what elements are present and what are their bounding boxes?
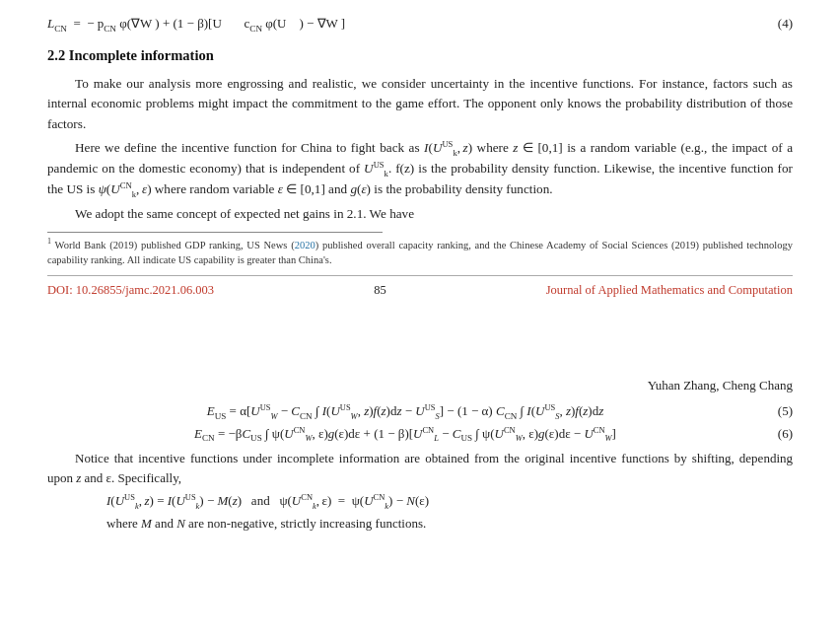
paragraph-3: We adopt the same concept of expected ne… [47,204,793,224]
top-formula-eq-num: (4) [778,14,793,34]
equations-block: EUS = α[UUSW − CCN ∫ I(UUSW, z)f(z)dz − … [47,401,793,444]
equation-6-content: ECN = −βCUS ∫ ψ(UCNW, ε)g(ε)dε + (1 − β)… [47,423,793,443]
equation-5-label: (5) [778,401,793,421]
footnote: 1 World Bank (2019) published GDP rankin… [47,238,793,267]
author-line: Yuhan Zhang, Cheng Chang [47,376,793,395]
equation-6-row: ECN = −βCUS ∫ ψ(UCNW, ε)g(ε)dε + (1 − β)… [47,423,793,443]
notice-formula-2: where M and N are non-negative, strictly… [106,514,793,534]
paragraph-2: Here we define the incentive function fo… [47,138,793,200]
equation-6-label: (6) [778,424,793,444]
section-heading: 2.2 Incomplete information [47,44,793,66]
top-formula-left: LCN = − pCN φ(∇W ) + (1 − β)[U cCN φ(U )… [47,14,345,34]
notice-block: Notice that incentive functions under in… [47,449,793,534]
journal-link[interactable]: Journal of Applied Mathematics and Compu… [546,281,793,300]
footer-row: DOI: 10.26855/jamc.2021.06.003 85 Journa… [47,281,793,300]
footnote-number: 1 [47,237,51,246]
equation-5-content: EUS = α[UUSW − CCN ∫ I(UUSW, z)f(z)dz − … [47,401,793,421]
blank-space [47,309,793,376]
footnote-divider [47,232,383,233]
notice-formula-1: I(UUSk, z) = I(UUSk) − M(z) and ψ(UCNk, … [106,491,793,511]
paragraph-1: To make our analysis more engrossing and… [47,74,793,134]
top-formula-row: LCN = − pCN φ(∇W ) + (1 − β)[U cCN φ(U )… [47,10,793,44]
page-number: 85 [374,281,386,300]
equation-5-row: EUS = α[UUSW − CCN ∫ I(UUSW, z)f(z)dz − … [47,401,793,421]
footer-divider [47,275,793,276]
doi-link[interactable]: DOI: 10.26855/jamc.2021.06.003 [47,281,214,300]
